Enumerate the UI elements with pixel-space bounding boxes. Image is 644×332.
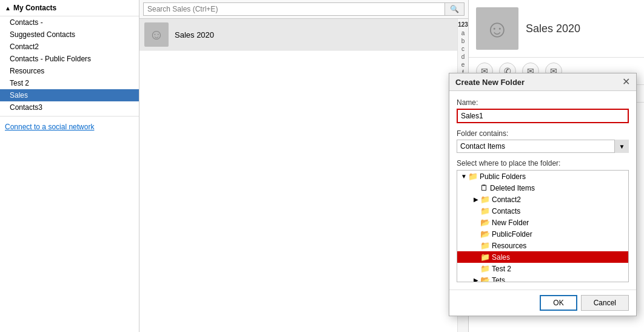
alpha-c[interactable]: c <box>458 45 468 53</box>
tree-label-deleted: Deleted Items <box>490 184 535 192</box>
tree-label-contacts: Contacts <box>492 207 520 215</box>
tree-item-sales[interactable]: 📁 Sales <box>457 251 628 263</box>
cancel-button[interactable]: Cancel <box>581 295 629 311</box>
folder-tree[interactable]: ▼ 📁 Public Folders 🗒 Deleted Items ▶ 📁 C… <box>457 170 629 282</box>
tree-label-public: Public Folders <box>480 172 526 181</box>
tree-expand-publicfolder <box>472 231 480 237</box>
sidebar-item-contact2[interactable]: Contact2 <box>0 41 139 53</box>
tree-label-test2: Test 2 <box>492 265 511 273</box>
folder-icon-tets: 📂 <box>480 276 490 282</box>
folder-name-input[interactable] <box>457 109 629 123</box>
sidebar-header-label: My Contacts <box>13 4 56 12</box>
tree-expand-newfolder <box>472 219 480 226</box>
dialog-title: Create New Folder <box>455 78 525 87</box>
tree-item-contact2[interactable]: ▶ 📁 Contact2 <box>457 194 628 205</box>
sidebar-divider <box>0 116 139 117</box>
detail-avatar: ☺ <box>476 7 518 50</box>
contact-row[interactable]: ☺ Sales 2020 <box>139 19 457 51</box>
dialog-footer: OK Cancel <box>449 290 636 316</box>
place-label: Select where to place the folder: <box>457 159 629 168</box>
tree-label-sales: Sales <box>492 253 510 262</box>
sidebar-item-contacts-public[interactable]: Contacts - Public Folders <box>0 53 139 65</box>
folder-contains-select[interactable]: Contact Items <box>457 140 629 153</box>
dialog-body: Name: Folder contains: Contact Items ▼ S… <box>449 91 636 290</box>
create-folder-dialog: Create New Folder ✕ Name: Folder contain… <box>449 73 637 316</box>
name-label: Name: <box>457 98 629 107</box>
sidebar-header[interactable]: ▲ My Contacts <box>0 0 139 16</box>
tree-expand-resources <box>472 242 480 249</box>
sidebar-item-suggested[interactable]: Suggested Contacts <box>0 29 139 41</box>
alpha-123[interactable]: 123 <box>458 20 468 29</box>
sidebar-item-test2[interactable]: Test 2 <box>0 77 139 89</box>
folder-icon-deleted: 🗒 <box>480 183 488 192</box>
detail-avatar-icon: ☺ <box>485 15 510 42</box>
tree-item-deleted[interactable]: 🗒 Deleted Items <box>457 182 628 194</box>
folder-contains-label: Folder contains: <box>457 129 629 138</box>
detail-name: Sales 2020 <box>526 22 580 35</box>
folder-icon-contacts: 📁 <box>480 206 490 215</box>
folder-icon-newfolder: 📂 <box>480 218 490 227</box>
tree-expand-contacts <box>472 208 480 214</box>
tree-item-resources[interactable]: 📁 Resources <box>457 240 628 251</box>
sidebar: ▲ My Contacts Contacts - Suggested Conta… <box>0 0 139 332</box>
tree-expand-deleted <box>472 185 480 191</box>
tree-label-tets: Tets <box>492 276 505 283</box>
folder-icon-public: 📁 <box>468 172 478 181</box>
tree-item-public-folders[interactable]: ▼ 📁 Public Folders <box>457 171 628 182</box>
sidebar-nav: Contacts - Suggested Contacts Contact2 C… <box>0 16 139 332</box>
search-input[interactable] <box>143 2 445 16</box>
tree-expand-contact2[interactable]: ▶ <box>472 196 480 203</box>
alpha-b[interactable]: b <box>458 37 468 45</box>
avatar-icon: ☺ <box>149 26 164 43</box>
tree-expand-sales <box>472 254 480 260</box>
contact-detail-header: ☺ Sales 2020 <box>469 0 644 58</box>
tree-item-test2[interactable]: 📁 Test 2 <box>457 263 628 274</box>
ok-button[interactable]: OK <box>540 295 577 311</box>
folder-icon-publicfolder: 📂 <box>480 229 490 239</box>
social-network-link[interactable]: Connect to a social network <box>0 119 139 135</box>
contact-name: Sales 2020 <box>175 30 214 39</box>
tree-item-contacts[interactable]: 📁 Contacts <box>457 205 628 217</box>
tree-label-publicfolder: PublicFolder <box>492 230 532 239</box>
dialog-close-button[interactable]: ✕ <box>622 77 630 87</box>
sidebar-item-resources[interactable]: Resources <box>0 65 139 77</box>
tree-item-tets[interactable]: ▶ 📂 Tets <box>457 274 628 282</box>
contacts-items: ☺ Sales 2020 <box>139 19 457 332</box>
alpha-e[interactable]: e <box>458 61 468 69</box>
folder-icon-test2: 📁 <box>480 264 490 273</box>
sidebar-item-contacts3[interactable]: Contacts3 <box>0 101 139 113</box>
collapse-arrow-icon: ▲ <box>5 5 11 12</box>
folder-contains-wrapper: Contact Items ▼ <box>457 140 629 153</box>
main-panel: 🔍 ☺ Sales 2020 123 a b c d e f g h i j k… <box>139 0 468 332</box>
contact-list-area: ☺ Sales 2020 123 a b c d e f g h i j k l… <box>139 19 468 332</box>
sidebar-item-contacts[interactable]: Contacts - <box>0 16 139 29</box>
folder-icon-sales: 📁 <box>480 252 490 262</box>
tree-item-newfolder[interactable]: 📂 New Folder <box>457 217 628 228</box>
alpha-d[interactable]: d <box>458 53 468 61</box>
alpha-a[interactable]: a <box>458 29 468 37</box>
folder-icon-contact2: 📁 <box>480 195 490 204</box>
folder-icon-resources: 📁 <box>480 241 490 250</box>
tree-expand-tets[interactable]: ▶ <box>472 277 480 282</box>
tree-expand-test2 <box>472 265 480 272</box>
search-button[interactable]: 🔍 <box>445 2 465 16</box>
tree-label-newfolder: New Folder <box>492 219 529 227</box>
contact-avatar: ☺ <box>144 22 169 47</box>
dialog-titlebar: Create New Folder ✕ <box>449 73 636 91</box>
tree-item-publicfolder[interactable]: 📂 PublicFolder <box>457 228 628 240</box>
tree-label-contact2: Contact2 <box>492 195 521 204</box>
sidebar-item-sales[interactable]: Sales <box>0 89 139 101</box>
tree-expand-public[interactable]: ▼ <box>460 173 468 180</box>
tree-label-resources: Resources <box>492 242 526 250</box>
search-bar: 🔍 <box>139 0 468 19</box>
